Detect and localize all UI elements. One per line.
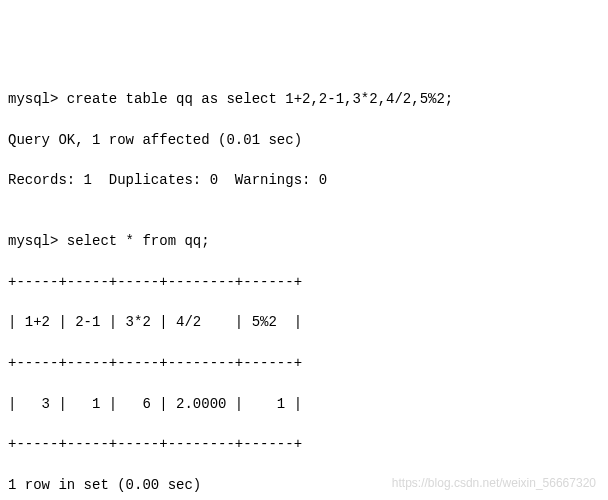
table-header-row: | 1+2 | 2-1 | 3*2 | 4/2 | 5%2 | bbox=[8, 312, 600, 332]
table-data-row: | 3 | 1 | 6 | 2.0000 | 1 | bbox=[8, 394, 600, 414]
query-result-records: Records: 1 Duplicates: 0 Warnings: 0 bbox=[8, 170, 600, 190]
query-result-ok: Query OK, 1 row affected (0.01 sec) bbox=[8, 130, 600, 150]
mysql-command-select: mysql> select * from qq; bbox=[8, 231, 600, 251]
table-separator: +-----+-----+-----+--------+------+ bbox=[8, 272, 600, 292]
table-separator: +-----+-----+-----+--------+------+ bbox=[8, 353, 600, 373]
watermark-text: https://blog.csdn.net/weixin_56667320 bbox=[392, 475, 596, 492]
table-separator: +-----+-----+-----+--------+------+ bbox=[8, 434, 600, 454]
mysql-command-create: mysql> create table qq as select 1+2,2-1… bbox=[8, 89, 600, 109]
